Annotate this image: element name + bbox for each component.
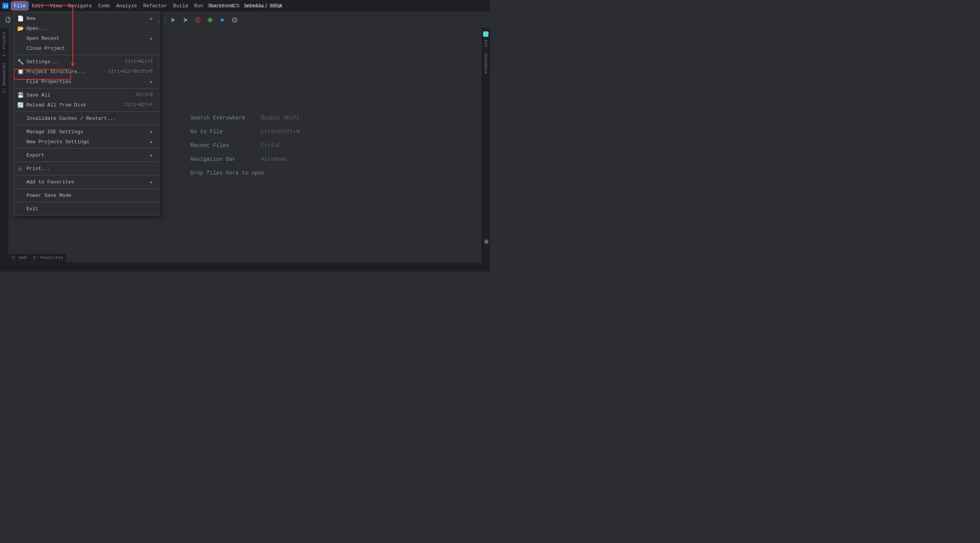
- menu-file[interactable]: File: [11, 2, 29, 10]
- menu-item-open-recent-label: Open Recent: [26, 36, 147, 41]
- menu-item-invalidate[interactable]: Invalidate Caches / Restart...: [14, 113, 159, 123]
- sidebar-tab-database-bottom[interactable]: 制画道: [482, 233, 490, 239]
- reload-shortcut: Ctrl+Alt+Y: [125, 102, 153, 108]
- open-icon: 📂: [17, 25, 24, 32]
- menu-sep-2: [14, 88, 159, 88]
- menu-item-export[interactable]: Export ▶: [14, 150, 159, 160]
- run-config-btn[interactable]: [168, 15, 179, 25]
- menu-edit[interactable]: Edit: [29, 2, 47, 10]
- menu-item-psm-label: Power Save Mode: [26, 193, 153, 198]
- menu-run[interactable]: Run: [191, 2, 206, 10]
- new-file-btn[interactable]: [3, 15, 14, 25]
- menu-build[interactable]: Build: [170, 2, 191, 10]
- svg-marker-21: [172, 18, 175, 22]
- debug-btn[interactable]: [217, 15, 228, 25]
- hint-label-nav: Navigation Bar: [191, 156, 252, 162]
- menu-item-open-label: Open...: [26, 26, 153, 31]
- menu-sep-3: [14, 111, 159, 112]
- menu-item-file-properties[interactable]: File Properties ▶: [14, 77, 159, 87]
- bottom-tab-favorites[interactable]: 2: Favorites: [30, 254, 66, 262]
- menu-item-new-label: New: [26, 16, 147, 21]
- open-recent-arrow: ▶: [150, 36, 153, 41]
- hint-drop-files: Drop files here to open: [191, 170, 300, 176]
- reload-icon: 🔄: [17, 102, 24, 108]
- menu-navigate[interactable]: Navigate: [65, 2, 95, 10]
- menu-item-add-favorites[interactable]: Add to Favorites ▶: [14, 177, 159, 187]
- menu-sep-9: [14, 202, 159, 202]
- menu-item-settings-label: Settings...: [26, 59, 116, 65]
- save-icon: 💾: [17, 92, 24, 98]
- menu-code[interactable]: Code: [95, 2, 113, 10]
- run-btn-green[interactable]: [205, 15, 216, 25]
- menu-item-ps-label: Project Structure...: [26, 69, 100, 75]
- export-arrow: ▶: [150, 153, 153, 158]
- menu-item-save-all[interactable]: 💾 Save All Ctrl+S: [14, 90, 159, 100]
- menu-item-project-structure[interactable]: 🔲 Project Structure... Ctrl+Alt+Shift+S: [14, 67, 159, 77]
- hint-goto-file: Go to File Ctrl+Shift+N: [191, 129, 300, 135]
- hint-search-everywhere: Search Everywhere Double Shift: [191, 115, 300, 121]
- menu-item-open-recent[interactable]: Open Recent ▶: [14, 33, 159, 43]
- notifications-icon[interactable]: [483, 31, 488, 37]
- menu-item-power-save[interactable]: Power Save Mode: [14, 190, 159, 200]
- menu-analyze[interactable]: Analyze: [113, 2, 140, 10]
- hint-shortcut-search: Double Shift: [261, 115, 300, 121]
- hint-shortcut-recent: Ctrl+E: [261, 142, 280, 149]
- sidebar-tab-project[interactable]: 1: Project: [0, 28, 8, 60]
- hint-recent-files: Recent Files Ctrl+E: [191, 142, 300, 149]
- no-config-btn[interactable]: [193, 15, 203, 25]
- menu-item-exit-label: Exit: [26, 206, 153, 212]
- sidebar-tab-alt[interactable]: Alt: [482, 37, 490, 51]
- hint-nav-bar: Navigation Bar Alt+Home: [191, 156, 300, 162]
- menu-item-print-label: Print...: [26, 166, 153, 172]
- menu-item-fp-label: File Properties: [26, 79, 147, 85]
- fp-arrow: ▶: [150, 79, 153, 84]
- menu-item-reload[interactable]: 🔄 Reload All from Disk Ctrl+Alt+Y: [14, 100, 159, 110]
- more-run-btn[interactable]: [229, 15, 240, 25]
- hint-label-drop: Drop files here to open: [191, 170, 265, 176]
- nps-arrow: ▶: [150, 139, 153, 144]
- menu-item-exit[interactable]: Exit: [14, 204, 159, 214]
- menu-item-reload-label: Reload All from Disk: [26, 102, 116, 108]
- menu-sep-7: [14, 175, 159, 175]
- menu-sep-6: [14, 162, 159, 162]
- window-title: SearchWeb - IntelliJ IDEA: [207, 3, 282, 9]
- bottom-tab-web[interactable]: 2: Web: [8, 254, 30, 262]
- menu-sep-4: [14, 125, 159, 125]
- status-bar: [0, 262, 490, 272]
- menu-item-manage-ide[interactable]: Manage IDE Settings ▶: [14, 127, 159, 137]
- menu-item-open[interactable]: 📂 Open...: [14, 23, 159, 33]
- menu-item-settings[interactable]: 🔧 Settings... Ctrl+Alt+S: [14, 57, 159, 67]
- hint-shortcut-goto: Ctrl+Shift+N: [261, 129, 300, 135]
- menu-item-new[interactable]: 📄 New ▶: [14, 13, 159, 23]
- left-sidebar: 1: Project 2: Bookmarks: [0, 28, 8, 262]
- menu-view[interactable]: View: [47, 2, 65, 10]
- svg-line-26: [197, 19, 199, 21]
- welcome-hints: Search Everywhere Double Shift Go to Fil…: [191, 115, 300, 176]
- hint-label-search: Search Everywhere: [191, 115, 252, 121]
- menu-item-manage-label: Manage IDE Settings: [26, 129, 147, 135]
- manage-arrow: ▶: [150, 129, 153, 134]
- print-icon: 🖨: [17, 165, 23, 172]
- sidebar-tab-bookmarks[interactable]: 2: Bookmarks: [0, 60, 8, 96]
- menu-sep-1: [14, 55, 159, 55]
- menu-item-export-label: Export: [26, 152, 147, 158]
- hint-label-goto: Go to File: [191, 129, 252, 135]
- sidebar-tab-database[interactable]: Database: [482, 51, 490, 77]
- settings-icon: 🔧: [17, 59, 24, 65]
- debug-config-btn[interactable]: [180, 15, 191, 25]
- fav-arrow: ▶: [150, 180, 153, 185]
- menu-item-close-project[interactable]: Close Project: [14, 43, 159, 53]
- menu-item-invalidate-label: Invalidate Caches / Restart...: [26, 116, 153, 121]
- menu-item-print[interactable]: 🖨 Print...: [14, 164, 159, 173]
- menu-refactor[interactable]: Refactor: [140, 2, 170, 10]
- ps-shortcut: Ctrl+Alt+Shift+S: [109, 69, 153, 74]
- menu-item-new-proj-settings[interactable]: New Projects Settings ▶: [14, 137, 159, 147]
- new-arrow: ▶: [150, 16, 153, 21]
- settings-shortcut: Ctrl+Alt+S: [125, 59, 153, 64]
- menubar: IJ File Edit View Navigate Code Analyze …: [0, 0, 490, 11]
- file-menu: 📄 New ▶ 📂 Open... Open Recent ▶ Close Pr…: [14, 11, 159, 216]
- hint-shortcut-nav: Alt+Home: [261, 156, 287, 162]
- save-shortcut: Ctrl+S: [136, 92, 153, 98]
- toolbar-sep-3: [165, 16, 166, 24]
- right-sidebar: Alt Database 制画道: [482, 28, 490, 262]
